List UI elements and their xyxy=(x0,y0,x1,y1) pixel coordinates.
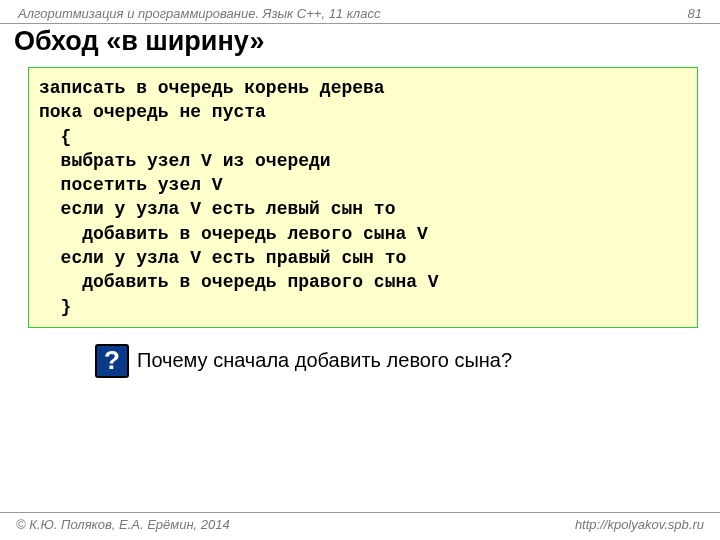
code-line: если у узла V есть левый сын то xyxy=(39,199,395,219)
code-line: записать в очередь корень дерева xyxy=(39,78,385,98)
code-line: { xyxy=(39,127,71,147)
url: http://kpolyakov.spb.ru xyxy=(575,517,704,532)
code-line: добавить в очередь правого сына V xyxy=(39,272,439,292)
slide-header: Алгоритмизация и программирование. Язык … xyxy=(0,0,720,24)
slide-footer: © К.Ю. Поляков, Е.А. Ерёмин, 2014 http:/… xyxy=(0,512,720,532)
question-row: ? Почему сначала добавить левого сына? xyxy=(95,344,720,378)
code-line: выбрать узел V из очереди xyxy=(39,151,331,171)
question-icon: ? xyxy=(95,344,129,378)
question-text: Почему сначала добавить левого сына? xyxy=(137,349,512,372)
course-title: Алгоритмизация и программирование. Язык … xyxy=(18,6,380,21)
code-line: если у узла V есть правый сын то xyxy=(39,248,406,268)
pseudocode-block: записать в очередь корень дерева пока оч… xyxy=(28,67,698,328)
page-number: 81 xyxy=(688,6,702,21)
code-line: посетить узел V xyxy=(39,175,223,195)
code-line: добавить в очередь левого сына V xyxy=(39,224,428,244)
copyright: © К.Ю. Поляков, Е.А. Ерёмин, 2014 xyxy=(16,517,230,532)
slide-title: Обход «в ширину» xyxy=(0,24,720,63)
code-line: пока очередь не пуста xyxy=(39,102,266,122)
code-line: } xyxy=(39,297,71,317)
